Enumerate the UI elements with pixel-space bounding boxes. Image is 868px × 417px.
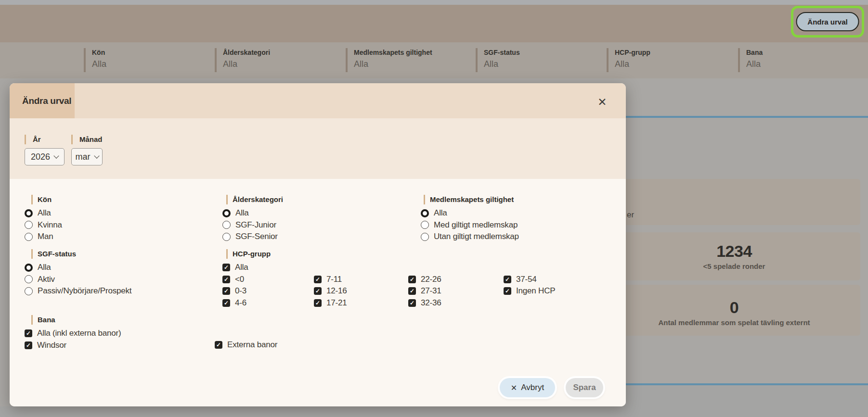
radio-icon xyxy=(421,221,429,229)
checkbox-hcp-22-26[interactable]: ✓ 22-26 xyxy=(408,274,504,286)
save-button[interactable]: Spara xyxy=(566,378,603,397)
checkbox-checked-icon: ✓ xyxy=(25,341,32,349)
radio-alder-sgf-junior[interactable]: SGF-Junior xyxy=(222,219,283,231)
filter-label: Bana xyxy=(746,48,763,56)
stat-label: Antal medlemmar som spelat tävling exter… xyxy=(608,318,860,327)
filter-item-medlemskap: Medlemskapets giltighet Alla xyxy=(346,48,432,72)
checkbox-hcp-32-36[interactable]: ✓ 32-36 xyxy=(408,297,504,309)
month-label: Månad xyxy=(71,135,103,144)
checkbox-hcp-0-3[interactable]: ✓ 0-3 xyxy=(222,285,314,297)
stat-value: 0 xyxy=(608,298,860,317)
filter-item-kon: Kön Alla xyxy=(84,48,106,72)
radio-icon xyxy=(25,287,33,295)
radio-checked-icon xyxy=(222,209,231,217)
checkbox-hcp-37-54[interactable]: ✓ 37-54 xyxy=(504,274,555,286)
checkbox-hcp-7-11[interactable]: ✓ 7-11 xyxy=(314,274,408,286)
page-background xyxy=(0,406,624,417)
section-bana: Bana ✓ Alla (inkl externa banor) ✓ Winds… xyxy=(25,315,121,351)
checkbox-hcp-17-21[interactable]: ✓ 17-21 xyxy=(314,297,408,309)
section-header: Medlemskapets giltighet xyxy=(424,195,519,204)
checkbox-checked-icon: ✓ xyxy=(25,329,32,337)
period-section: År 2026 Månad mar xyxy=(10,118,626,179)
radio-kon-alla[interactable]: Alla xyxy=(25,207,62,219)
stat-value: 1234 xyxy=(608,242,860,261)
stat-card-partial xyxy=(608,179,860,225)
radio-medlem-alla[interactable]: Alla xyxy=(421,207,519,219)
checkbox-checked-icon: ✓ xyxy=(408,287,416,295)
section-header: Kön xyxy=(31,195,62,204)
radio-checked-icon xyxy=(25,264,33,272)
checkbox-checked-icon: ✓ xyxy=(314,299,322,307)
close-icon[interactable]: ✕ xyxy=(593,93,611,111)
year-select[interactable]: 2026 xyxy=(25,148,65,165)
change-selection-button[interactable]: Ändra urval xyxy=(796,12,859,31)
browser-top-strip xyxy=(0,0,868,5)
hcp-group-grid: ✓ <0 ✓ 0-3 ✓ 4-6 ✓ 7-11 ✓ 12-16 ✓ 17-21 xyxy=(222,274,555,309)
filter-label: Kön xyxy=(92,48,106,56)
checkbox-hcp-ingen[interactable]: ✓ Ingen HCP xyxy=(504,285,555,297)
radio-medlem-med-giltigt[interactable]: Med giltigt medlemskap xyxy=(421,219,519,231)
page-background xyxy=(624,385,868,417)
filter-item-sgf-status: SGF-status Alla xyxy=(476,48,520,72)
screen: Ändra urval Kön Alla Ålderskategori Alla… xyxy=(0,0,868,417)
chevron-down-icon xyxy=(94,153,99,158)
filter-value: Alla xyxy=(746,59,763,69)
month-select[interactable]: mar xyxy=(71,148,103,165)
dialog-title: Ändra urval xyxy=(10,83,75,118)
radio-sgf-passiv[interactable]: Passiv/Nybörjare/Prospekt xyxy=(25,285,131,297)
section-sgf-status: SGF-status Alla Aktiv Passiv/Nybörjare/P… xyxy=(25,249,131,297)
section-header: Ålderskategori xyxy=(226,195,283,204)
filter-value: Alla xyxy=(354,59,432,69)
chevron-down-icon xyxy=(53,153,59,158)
checkbox-bana-alla[interactable]: ✓ Alla (inkl externa banor) xyxy=(25,328,121,340)
radio-icon xyxy=(25,275,33,283)
year-label: År xyxy=(25,135,65,144)
checkbox-checked-icon: ✓ xyxy=(408,299,416,307)
checkbox-hcp-27-31[interactable]: ✓ 27-31 xyxy=(408,285,504,297)
stat-label: <5 spelade ronder xyxy=(608,262,860,270)
checkbox-checked-icon: ✓ xyxy=(215,341,222,349)
filter-summary-bar: Kön Alla Ålderskategori Alla Medlemskape… xyxy=(0,42,868,78)
checkbox-checked-icon: ✓ xyxy=(222,299,230,307)
month-select-value: mar xyxy=(76,152,91,162)
month-group: Månad mar xyxy=(71,135,103,165)
section-alderskategori: Ålderskategori Alla SGF-Junior SGF-Senio… xyxy=(222,195,283,243)
close-icon: ✕ xyxy=(511,383,517,392)
radio-sgf-alla[interactable]: Alla xyxy=(25,262,131,274)
checkbox-hcp-12-16[interactable]: ✓ 12-16 xyxy=(314,285,408,297)
radio-icon xyxy=(25,221,33,229)
filter-value: Alla xyxy=(223,59,270,69)
radio-icon xyxy=(222,221,231,229)
radio-checked-icon xyxy=(25,209,33,217)
checkbox-checked-icon: ✓ xyxy=(222,276,230,283)
radio-icon xyxy=(222,233,231,241)
checkbox-bana-windsor[interactable]: ✓ Windsor xyxy=(25,340,121,352)
radio-kon-man[interactable]: Man xyxy=(25,231,62,243)
filter-label: HCP-grupp xyxy=(615,48,650,56)
filter-value: Alla xyxy=(92,59,106,69)
checkbox-checked-icon: ✓ xyxy=(314,287,322,295)
checkbox-checked-icon: ✓ xyxy=(504,287,511,295)
checkbox-hcp-4-6[interactable]: ✓ 4-6 xyxy=(222,297,314,309)
radio-medlem-utan-giltigt[interactable]: Utan giltigt medlemskap xyxy=(421,231,519,243)
section-medlemskap: Medlemskapets giltighet Alla Med giltigt… xyxy=(421,195,519,243)
radio-sgf-aktiv[interactable]: Aktiv xyxy=(25,274,131,286)
cancel-button[interactable]: ✕ Avbryt xyxy=(500,378,555,397)
filter-label: Medlemskapets giltighet xyxy=(354,48,432,56)
checkbox-hcp-lt0[interactable]: ✓ <0 xyxy=(222,274,314,286)
filter-item-bana: Bana Alla xyxy=(738,48,763,72)
radio-alder-alla[interactable]: Alla xyxy=(222,207,283,219)
checkbox-checked-icon: ✓ xyxy=(504,276,511,283)
checkbox-bana-externa[interactable]: ✓ Externa banor xyxy=(215,339,277,351)
checkbox-checked-icon: ✓ xyxy=(222,264,230,271)
checkbox-checked-icon: ✓ xyxy=(314,276,322,283)
filter-value: Alla xyxy=(615,59,650,69)
radio-kon-kvinna[interactable]: Kvinna xyxy=(25,219,62,231)
stat-card-external: 0 Antal medlemmar som spelat tävling ext… xyxy=(608,285,860,336)
section-divider-line xyxy=(624,116,868,118)
section-hcp-grupp: HCP-grupp ✓ Alla ✓ <0 ✓ 0-3 ✓ 4-6 ✓ 7-11 xyxy=(222,249,555,309)
checkbox-hcp-alla[interactable]: ✓ Alla xyxy=(222,262,555,274)
stat-card-rounds: 1234 <5 spelade ronder xyxy=(608,232,860,280)
radio-alder-sgf-senior[interactable]: SGF-Senior xyxy=(222,231,283,243)
year-group: År 2026 xyxy=(25,135,65,165)
